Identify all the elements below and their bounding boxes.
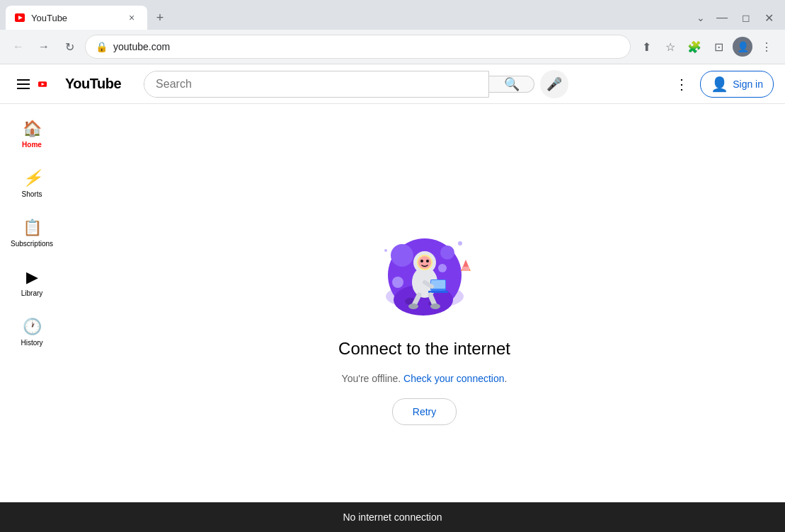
sidebar-item-shorts[interactable]: ⚡ Shorts (0, 159, 64, 209)
sidebar-item-home[interactable]: 🏠 Home (0, 110, 64, 159)
youtube-logo-text: YouTube (65, 76, 121, 92)
youtube-logo-icon (38, 76, 62, 93)
signin-icon: 👤 (711, 76, 728, 93)
tab-title: YouTube (31, 13, 119, 23)
active-tab[interactable]: YouTube × (6, 6, 147, 30)
subscriptions-icon: 📋 (23, 219, 42, 237)
sign-in-button[interactable]: 👤 Sign in (700, 71, 774, 98)
offline-description: You're offline. Check your connection. (342, 373, 508, 384)
back-button[interactable]: ← (8, 37, 28, 57)
svg-point-28 (384, 249, 387, 252)
svg-point-6 (391, 244, 413, 267)
tab-close-button[interactable]: × (125, 11, 139, 25)
svg-rect-21 (428, 291, 448, 293)
lock-icon: 🔒 (96, 41, 108, 52)
check-connection-link[interactable]: Check your connection (403, 373, 504, 384)
history-icon: 🕐 (23, 318, 42, 336)
new-tab-button[interactable]: + (150, 8, 170, 28)
youtube-header: YouTube 🔍 🎤 ⋮ 👤 Sign in (0, 64, 785, 104)
hamburger-menu-button[interactable] (11, 74, 35, 95)
hamburger-line (17, 88, 30, 89)
more-options-button[interactable]: ⋮ (669, 70, 694, 98)
svg-point-7 (440, 245, 454, 260)
sidebar-label-history: History (21, 339, 42, 347)
no-internet-text: No internet connection (343, 511, 442, 523)
offline-illustration (368, 212, 481, 325)
youtube-logo[interactable]: YouTube (38, 76, 121, 93)
url-text: youtube.com (113, 41, 620, 52)
shorts-icon: ⚡ (23, 169, 42, 187)
hamburger-line (17, 83, 30, 85)
restore-button[interactable]: ◻ (736, 9, 756, 26)
browser-chrome: YouTube × + ⌄ — ◻ ✕ ← → ↻ 🔒 youtube.com … (0, 0, 785, 64)
svg-marker-33 (469, 268, 471, 271)
signin-label: Sign in (733, 79, 763, 90)
svg-point-25 (408, 303, 418, 309)
address-bar: ← → ↻ 🔒 youtube.com ⬆ ☆ 🧩 ⊡ 👤 ⋮ (0, 30, 785, 64)
microphone-button[interactable]: 🎤 (540, 70, 568, 98)
offline-desc-end: . (505, 373, 508, 384)
svg-rect-31 (462, 267, 469, 271)
retry-button[interactable]: Retry (392, 398, 457, 425)
search-bar: 🔍 🎤 (144, 70, 568, 98)
header-right: ⋮ 👤 Sign in (669, 70, 774, 98)
main-content: Connect to the internet You're offline. … (64, 104, 785, 532)
no-internet-bar: No internet connection (0, 502, 785, 532)
offline-title: Connect to the internet (338, 339, 510, 359)
share-button[interactable]: ⬆ (636, 37, 656, 57)
url-bar[interactable]: 🔒 youtube.com (85, 35, 631, 59)
home-icon: 🏠 (23, 120, 42, 138)
tab-bar: YouTube × + ⌄ — ◻ ✕ (0, 0, 785, 30)
browser-more-button[interactable]: ⋮ (757, 37, 777, 57)
sidebar-label-shorts: Shorts (22, 190, 42, 199)
sidebar-button[interactable]: ⊡ (709, 37, 728, 57)
svg-point-17 (420, 260, 423, 262)
youtube-app: YouTube 🔍 🎤 ⋮ 👤 Sign in 🏠 (0, 64, 785, 532)
minimize-button[interactable]: — (711, 8, 733, 27)
sidebar-item-subscriptions[interactable]: 📋 Subscriptions (0, 209, 64, 258)
forward-button[interactable]: → (34, 37, 54, 57)
youtube-body: 🏠 Home ⚡ Shorts 📋 Subscriptions ▶ Librar… (0, 104, 785, 532)
library-icon: ▶ (26, 268, 38, 287)
address-bar-icons: ⬆ ☆ 🧩 ⊡ 👤 ⋮ (636, 37, 777, 57)
svg-point-8 (438, 264, 447, 272)
svg-point-18 (426, 260, 429, 262)
extensions-button[interactable]: 🧩 (684, 37, 704, 57)
close-window-button[interactable]: ✕ (759, 8, 779, 28)
svg-point-16 (418, 256, 431, 269)
sidebar-label-library: Library (21, 289, 43, 298)
profile-button[interactable]: 👤 (733, 37, 752, 57)
window-controls: ⌄ — ◻ ✕ (694, 8, 779, 28)
sidebar-label-subscriptions: Subscriptions (11, 240, 53, 248)
search-icon: 🔍 (504, 76, 520, 92)
offline-desc-normal: You're offline. (342, 373, 404, 384)
sidebar-label-home: Home (22, 141, 42, 149)
youtube-sidebar: 🏠 Home ⚡ Shorts 📋 Subscriptions ▶ Librar… (0, 104, 64, 532)
svg-point-9 (392, 277, 403, 288)
svg-point-27 (458, 241, 462, 245)
search-button[interactable]: 🔍 (489, 76, 534, 93)
bookmark-button[interactable]: ☆ (660, 37, 680, 57)
tab-favicon (14, 12, 25, 23)
svg-point-26 (430, 303, 440, 309)
microphone-icon: 🎤 (546, 76, 562, 92)
refresh-button[interactable]: ↻ (59, 37, 79, 57)
sidebar-item-library[interactable]: ▶ Library (0, 258, 64, 308)
sidebar-item-history[interactable]: 🕐 History (0, 308, 64, 357)
dropdown-button[interactable]: ⌄ (694, 9, 708, 26)
hamburger-line (17, 79, 30, 81)
search-input-wrap (144, 71, 489, 98)
search-input[interactable] (144, 71, 488, 97)
